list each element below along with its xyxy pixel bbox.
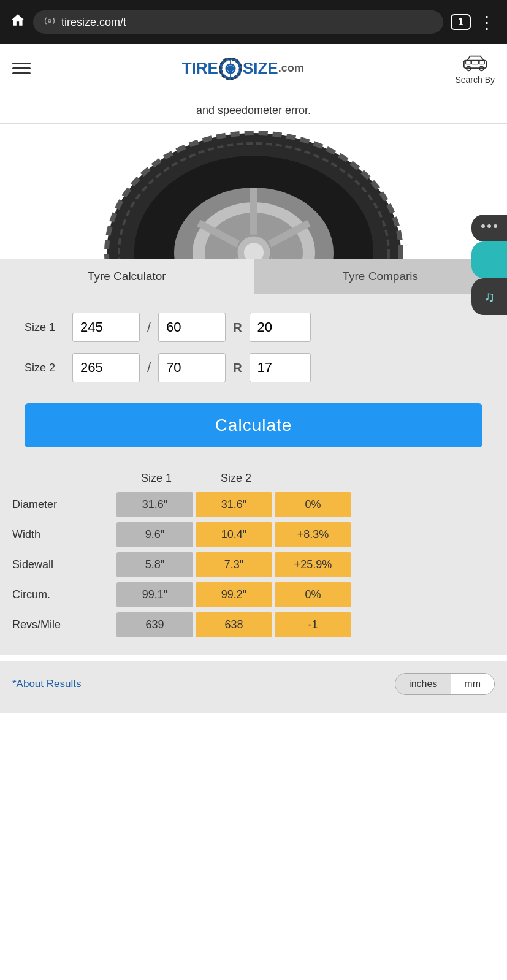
sidewall-row: Sidewall 5.8" 7.3" +25.9% [12, 552, 495, 577]
svg-rect-12 [471, 61, 478, 64]
revsmile-label: Revs/Mile [12, 618, 116, 631]
side-widget-dots [481, 224, 497, 228]
calculator-area: Size 1 / R Size 2 / R Calculate [0, 294, 507, 460]
size1-row: Size 1 / R [25, 313, 482, 342]
size2-aspect-input[interactable] [158, 353, 226, 382]
tab-tyre-comparison[interactable]: Tyre Comparis [254, 259, 508, 294]
svg-point-0 [48, 20, 51, 23]
diameter-size1: 31.6" [116, 492, 193, 517]
circum-size1: 99.1" [116, 582, 193, 607]
logo-com-text: .com [278, 62, 304, 75]
logo-tire-text: TIRE [182, 59, 218, 78]
size2-rim-input[interactable] [250, 353, 311, 382]
width-size2: 10.4" [196, 522, 272, 547]
size1-r-label: R [231, 321, 244, 335]
home-button[interactable] [10, 12, 26, 32]
search-by-button[interactable]: Search By [455, 53, 495, 85]
svg-point-7 [227, 65, 234, 72]
svg-rect-11 [465, 61, 470, 64]
about-results-link[interactable]: *About Results [12, 678, 81, 690]
width-size1: 9.6" [116, 522, 193, 547]
results-header: Size 1 Size 2 [12, 472, 495, 485]
size1-aspect-input[interactable] [158, 313, 226, 342]
subtitle-strip: and speedometer error. [0, 93, 507, 124]
width-row: Width 9.6" 10.4" +8.3% [12, 522, 495, 547]
car-icon [462, 53, 488, 72]
tire-image-area [0, 124, 507, 259]
tab-tyre-calculator[interactable]: Tyre Calculator [0, 259, 254, 294]
sidewall-size2: 7.3" [196, 552, 272, 577]
circum-row: Circum. 99.1" 99.2" 0% [12, 582, 495, 607]
dot-2 [487, 224, 491, 228]
size2-width-input[interactable] [72, 353, 140, 382]
size1-rim-input[interactable] [250, 313, 311, 342]
tab-count[interactable]: 1 [451, 14, 471, 30]
tabs-container: Tyre Calculator Tyre Comparis [0, 259, 507, 294]
width-diff: +8.3% [275, 522, 351, 547]
circum-size2: 99.2" [196, 582, 272, 607]
subtitle-text: and speedometer error. [196, 104, 311, 116]
size1-label: Size 1 [25, 321, 67, 334]
tire-image [91, 130, 416, 259]
units-toggle: inches mm [395, 673, 495, 695]
hamburger-line-1 [12, 63, 31, 64]
url-icon [44, 15, 55, 29]
col2-header: Size 2 [196, 472, 276, 485]
size2-row: Size 2 / R [25, 353, 482, 382]
side-widget-pill[interactable] [471, 215, 507, 241]
side-widget: ♫ [471, 215, 507, 315]
col1-header: Size 1 [116, 472, 196, 485]
url-text: tiresize.com/t [61, 16, 126, 29]
diameter-diff: 0% [275, 492, 351, 517]
sidewall-diff: +25.9% [275, 552, 351, 577]
unit-inches-button[interactable]: inches [395, 674, 451, 694]
diameter-label: Diameter [12, 498, 116, 511]
revsmile-row: Revs/Mile 639 638 -1 [12, 612, 495, 637]
diameter-size2: 31.6" [196, 492, 272, 517]
svg-rect-13 [479, 61, 484, 64]
width-label: Width [12, 528, 116, 541]
hamburger-line-2 [12, 67, 31, 69]
logo-tire-icon [219, 58, 242, 80]
logo-size-text: SIZE [243, 59, 278, 78]
revsmile-size1: 639 [116, 612, 193, 637]
revsmile-diff: -1 [275, 612, 351, 637]
size2-sep: / [145, 360, 153, 376]
sidewall-size1: 5.8" [116, 552, 193, 577]
hamburger-line-3 [12, 72, 31, 74]
sidewall-label: Sidewall [12, 558, 116, 571]
revsmile-size2: 638 [196, 612, 272, 637]
browser-menu-button[interactable]: ⋮ [478, 12, 497, 32]
circum-diff: 0% [275, 582, 351, 607]
dot-3 [494, 224, 497, 228]
side-widget-music[interactable]: ♫ [471, 278, 507, 315]
size2-label: Size 2 [25, 362, 67, 374]
dot-1 [481, 224, 485, 228]
size1-sep: / [145, 319, 153, 335]
results-area: Size 1 Size 2 Diameter 31.6" 31.6" 0% Wi… [0, 460, 507, 655]
side-widget-teal [471, 241, 507, 278]
unit-mm-button[interactable]: mm [451, 674, 494, 694]
url-bar[interactable]: tiresize.com/t [33, 10, 443, 34]
size2-r-label: R [231, 361, 244, 375]
browser-chrome: tiresize.com/t 1 ⋮ [0, 0, 507, 44]
circum-label: Circum. [12, 588, 116, 601]
calculate-button[interactable]: Calculate [25, 403, 482, 447]
hamburger-menu[interactable] [12, 63, 31, 74]
site-header: TIRE SIZE .com Search By [0, 44, 507, 93]
diameter-row: Diameter 31.6" 31.6" 0% [12, 492, 495, 517]
footer-row: *About Results inches mm [0, 661, 507, 713]
music-icon: ♫ [484, 288, 495, 305]
site-logo[interactable]: TIRE SIZE .com [182, 58, 304, 80]
size1-width-input[interactable] [72, 313, 140, 342]
search-by-label: Search By [455, 75, 495, 85]
